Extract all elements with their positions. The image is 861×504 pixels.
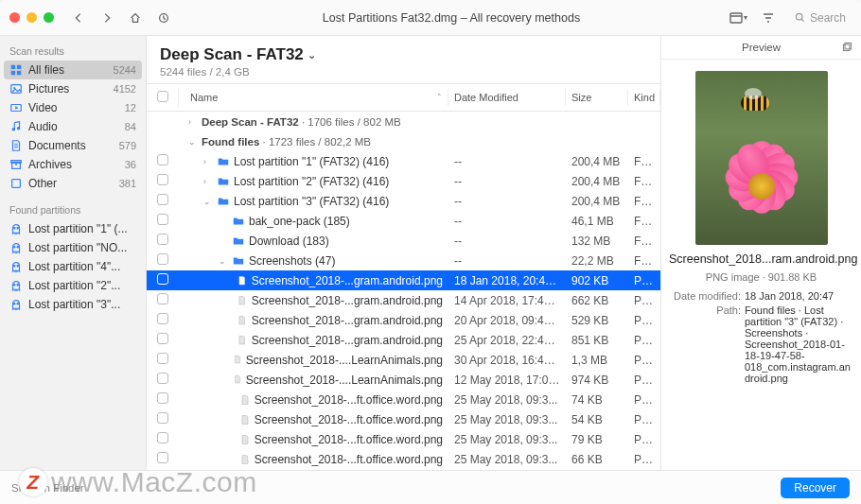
svg-rect-27 xyxy=(845,43,852,49)
search-input[interactable]: Search xyxy=(788,9,852,26)
recover-button[interactable]: Recover xyxy=(781,478,850,498)
folder-row[interactable]: ›Lost partition "2" (FAT32) (416)--200,4… xyxy=(147,171,660,191)
row-checkbox[interactable] xyxy=(147,432,179,446)
row-checkbox[interactable] xyxy=(147,174,179,188)
file-row[interactable]: Screenshot_2018-....LearnAnimals.png30 A… xyxy=(147,350,660,370)
sidebar-partition-item[interactable]: Lost partition "3"... xyxy=(0,295,146,314)
disclosure-icon[interactable]: ⌄ xyxy=(219,256,228,266)
column-checkbox[interactable] xyxy=(147,88,179,107)
row-date: -- xyxy=(448,254,566,268)
sidebar-item-pictures[interactable]: Pictures4152 xyxy=(0,79,146,98)
row-checkbox[interactable] xyxy=(147,392,179,407)
folder-row[interactable]: bak_one-pack (185)--46,1 MBFol... xyxy=(147,211,660,231)
zoom-window-button[interactable] xyxy=(44,12,54,23)
history-button[interactable] xyxy=(152,8,175,28)
row-name: Download (183) xyxy=(249,235,329,248)
disclosure-icon[interactable]: › xyxy=(203,177,213,186)
row-name: Lost partition "3" (FAT32) (416) xyxy=(234,195,389,208)
column-date[interactable]: Date Modified xyxy=(448,89,566,106)
preview-meta: PNG image · 901.88 KB xyxy=(661,271,861,283)
back-button[interactable] xyxy=(67,8,90,28)
file-row[interactable]: Screenshot_2018-...ft.office.word.png25 … xyxy=(147,449,660,469)
svg-rect-14 xyxy=(15,164,17,165)
main-title[interactable]: Deep Scan - FAT32 ⌄ xyxy=(160,45,647,64)
row-checkbox[interactable] xyxy=(147,194,179,208)
row-checkbox[interactable] xyxy=(147,234,179,248)
row-date: -- xyxy=(448,155,566,168)
sidebar-item-label: Documents xyxy=(28,139,86,152)
footer-bar: Show in Finder Recover xyxy=(0,470,861,504)
row-checkbox[interactable] xyxy=(147,273,179,287)
file-icon xyxy=(237,294,247,307)
sidebar-item-audio[interactable]: Audio84 xyxy=(0,117,146,136)
row-kind: Fol... xyxy=(628,195,660,208)
disclosure-icon[interactable]: › xyxy=(188,117,198,127)
row-checkbox[interactable] xyxy=(147,452,179,466)
sidebar-partition-item[interactable]: Lost partition "2"... xyxy=(0,276,146,295)
svg-rect-5 xyxy=(11,71,15,75)
sidebar-item-archives[interactable]: Archives36 xyxy=(0,155,146,174)
folder-row[interactable]: Download (183)--132 MBFol... xyxy=(147,231,660,251)
row-checkbox[interactable] xyxy=(147,353,179,367)
row-checkbox[interactable] xyxy=(147,214,179,228)
file-icon xyxy=(237,274,247,287)
column-size[interactable]: Size xyxy=(566,89,628,106)
minimize-window-button[interactable] xyxy=(26,12,37,23)
sidebar-partition-item[interactable]: Lost partition "NO... xyxy=(0,238,146,257)
row-checkbox[interactable] xyxy=(147,373,179,387)
disclosure-icon[interactable]: ⌄ xyxy=(203,197,213,206)
row-kind: Fol... xyxy=(628,155,660,168)
folder-row[interactable]: ›Lost partition "1" (FAT32) (416)--200,4… xyxy=(147,151,660,171)
sidebar-partition-item[interactable]: Lost partition "1" (... xyxy=(0,219,146,238)
row-name: Screenshot_2018-....LearnAnimals.png xyxy=(246,374,443,387)
preview-header-label: Preview xyxy=(742,42,781,53)
file-row[interactable]: Screenshot_2018-...ft.office.word.png25 … xyxy=(147,390,660,409)
sidebar-item-video[interactable]: Video12 xyxy=(0,98,146,117)
svg-rect-15 xyxy=(12,180,21,188)
row-checkbox[interactable] xyxy=(147,253,179,268)
row-checkbox[interactable] xyxy=(147,154,179,168)
row-checkbox[interactable] xyxy=(147,313,179,327)
group-row[interactable]: ›Deep Scan - FAT32 · 1706 files / 802 MB xyxy=(147,112,660,131)
column-name[interactable]: Name˄ xyxy=(179,89,448,106)
open-external-icon[interactable] xyxy=(841,41,853,55)
file-row[interactable]: Screenshot_2018-...gram.android.png25 Ap… xyxy=(147,330,660,350)
row-checkbox[interactable] xyxy=(147,412,179,426)
view-options-button[interactable]: ▾ xyxy=(728,8,748,28)
file-row[interactable]: Screenshot_2018-...ft.office.word.png25 … xyxy=(147,409,660,429)
sidebar-item-count: 5244 xyxy=(114,64,136,76)
video-icon xyxy=(9,101,23,114)
filter-button[interactable] xyxy=(758,8,779,28)
file-row[interactable]: Screenshot_2018-...gram.android.png14 Ap… xyxy=(147,290,660,310)
forward-button[interactable] xyxy=(96,8,118,28)
preview-filename: Screenshot_2018...ram.android.png xyxy=(661,252,861,266)
show-in-finder-link[interactable]: Show in Finder xyxy=(11,482,84,494)
disclosure-icon[interactable]: › xyxy=(203,157,213,166)
home-button[interactable] xyxy=(124,8,147,28)
sidebar: Scan results All files5244Pictures4152Vi… xyxy=(0,36,147,504)
svg-rect-3 xyxy=(11,65,15,69)
sidebar-partition-item[interactable]: Lost partition "4"... xyxy=(0,257,146,276)
sidebar-item-documents[interactable]: Documents579 xyxy=(0,136,146,155)
file-row[interactable]: Screenshot_2018-...gram.android.png20 Ap… xyxy=(147,310,660,330)
file-row[interactable]: Screenshot_2018-...gram.android.png18 Ja… xyxy=(147,270,660,290)
file-row[interactable]: Screenshot_2018-...ft.office.word.png25 … xyxy=(147,429,660,449)
row-checkbox[interactable] xyxy=(147,293,179,307)
close-window-button[interactable] xyxy=(9,12,20,23)
sidebar-item-label: Pictures xyxy=(28,82,69,96)
window-title: Lost Partitions Fat32.dmg – All recovery… xyxy=(181,11,722,25)
folder-row[interactable]: ⌄Screenshots (47)--22,2 MBFol... xyxy=(147,251,660,270)
file-list[interactable]: ›Deep Scan - FAT32 · 1706 files / 802 MB… xyxy=(147,112,660,504)
folder-icon xyxy=(217,155,230,168)
sidebar-item-all[interactable]: All files5244 xyxy=(4,61,142,79)
row-size: 132 MB xyxy=(566,235,628,248)
file-row[interactable]: Screenshot_2018-....LearnAnimals.png12 M… xyxy=(147,370,660,390)
column-kind[interactable]: Kind xyxy=(628,89,660,106)
all-icon xyxy=(9,63,23,77)
disclosure-icon[interactable]: ⌄ xyxy=(188,137,198,147)
group-row[interactable]: ⌄Found files · 1723 files / 802,2 MB xyxy=(147,131,660,151)
file-icon xyxy=(237,334,247,347)
sidebar-item-other[interactable]: Other381 xyxy=(0,174,146,193)
row-checkbox[interactable] xyxy=(147,333,179,347)
folder-row[interactable]: ⌄Lost partition "3" (FAT32) (416)--200,4… xyxy=(147,191,660,211)
